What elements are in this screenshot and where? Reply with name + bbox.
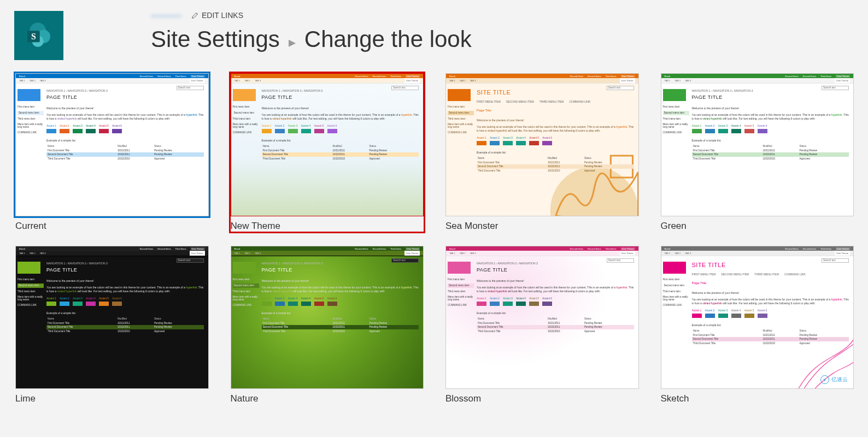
top-nav-link[interactable]: SECOND MENU ITEM — [721, 273, 749, 276]
quick-launch-item[interactable]: First menu item — [448, 105, 474, 109]
quick-launch-item[interactable]: Third menu item — [233, 117, 259, 121]
preview-col-header[interactable]: Name — [262, 317, 332, 321]
preview-visited-hyperlink[interactable]: visited hyperlink — [272, 290, 292, 293]
suite-bar-link[interactable]: Second Items — [785, 247, 798, 250]
preview-col-header[interactable]: Modified — [547, 317, 583, 321]
table-row[interactable]: Second Document Title10/22/2011Pending R… — [262, 152, 419, 157]
preview-site-logo[interactable] — [233, 89, 256, 101]
suite-bar-link[interactable]: Third Items — [820, 247, 831, 250]
theme-tile-sketch[interactable]: Brand Second ItemsSecond ItemsThird Item… — [661, 246, 854, 404]
top-nav-link[interactable]: COMMAND LINK — [784, 273, 806, 276]
table-row[interactable]: Third Document Title10/22/2010Approved — [46, 157, 204, 161]
ribbon-tab[interactable]: TAB 3 — [255, 79, 261, 82]
preview-col-header[interactable]: Name — [46, 144, 116, 149]
preview-site-logo[interactable] — [17, 262, 40, 274]
preview-col-header[interactable]: Status — [368, 144, 419, 149]
table-row[interactable]: First Document Title10/21/2011Pending Re… — [46, 321, 204, 326]
ribbon-tab[interactable]: TAB 2 — [460, 79, 466, 82]
ribbon-tab[interactable]: TAB 3 — [470, 252, 476, 255]
quick-launch-item[interactable]: First menu item — [233, 105, 259, 109]
table-row[interactable]: Third Document Title10/22/2010Approved — [46, 329, 204, 334]
table-row[interactable]: Third Document Title10/22/2010Approved — [477, 329, 634, 334]
suite-bar-link[interactable]: User Theme — [621, 75, 635, 78]
suite-bar-link[interactable]: User Theme — [621, 247, 635, 250]
ribbon-tab[interactable]: TAB 1 — [234, 252, 241, 255]
preview-site-logo[interactable] — [448, 262, 471, 274]
preview-col-header[interactable]: Status — [368, 317, 419, 321]
suite-bar-link[interactable]: Second Items — [588, 75, 601, 78]
suite-bar-link[interactable]: Second Items — [803, 247, 816, 250]
ribbon-tab[interactable]: TAB 1 — [449, 252, 455, 255]
suite-bar-link[interactable]: Second Items — [157, 247, 171, 250]
quick-launch-item[interactable]: Third menu item — [17, 117, 44, 121]
theme-thumbnail[interactable]: Brand Second ItemsSecond ItemsThird Item… — [15, 246, 209, 389]
ribbon-tab[interactable]: TAB 1 — [234, 79, 241, 82]
preview-col-header[interactable]: Modified — [116, 317, 153, 321]
preview-col-header[interactable]: Modified — [761, 329, 798, 333]
table-row[interactable]: First Document Title10/21/2011Pending Re… — [692, 149, 849, 153]
ribbon-tab[interactable]: TAB 1 — [665, 79, 671, 82]
theme-thumbnail[interactable]: Brand Second ItemsSecond ItemsThird Item… — [661, 246, 854, 389]
preview-col-header[interactable]: Name — [262, 144, 332, 149]
suite-bar-link[interactable]: Second Items — [803, 75, 816, 78]
table-row[interactable]: First Document Title10/21/2011Pending Re… — [692, 333, 849, 338]
preview-visited-hyperlink[interactable]: visited hyperlink — [702, 117, 722, 120]
ribbon-tab[interactable]: TAB 2 — [675, 79, 681, 82]
quick-launch-item[interactable]: COMMAND LINK — [17, 131, 44, 134]
quick-launch-item[interactable]: Second menu item — [448, 284, 474, 288]
quick-launch-item[interactable]: Second menu item — [663, 111, 689, 115]
table-row[interactable]: Third Document Title10/22/2010Approved — [262, 329, 419, 334]
suite-bar-link[interactable]: Third Items — [390, 247, 401, 250]
preview-col-header[interactable]: Status — [153, 144, 203, 149]
ribbon-tab[interactable]: TAB 3 — [685, 252, 691, 255]
top-nav-link[interactable]: SECOND MENU ITEM — [506, 100, 534, 103]
preview-col-header[interactable]: Name — [46, 317, 116, 321]
preview-col-header[interactable]: Name — [692, 329, 762, 333]
preview-col-header[interactable]: Modified — [547, 156, 583, 161]
suite-bar-link[interactable]: Second Items — [373, 247, 386, 250]
preview-col-header[interactable]: Status — [153, 317, 203, 321]
suite-bar-link[interactable]: Second Items — [355, 247, 368, 250]
preview-col-header[interactable]: Status — [799, 144, 849, 149]
quick-launch-item[interactable]: COMMAND LINK — [663, 304, 689, 307]
quick-launch-item[interactable]: First menu item — [17, 278, 44, 281]
preview-site-logo[interactable] — [233, 262, 256, 274]
preview-hyperlink[interactable]: hyperlink — [831, 113, 842, 116]
quick-launch-item[interactable]: First menu item — [233, 278, 259, 281]
preview-visited-hyperlink[interactable]: visited hyperlink — [702, 302, 722, 305]
quick-launch-item[interactable]: Third menu item — [448, 290, 474, 293]
table-row[interactable]: First Document Title10/21/2011Pending Re… — [262, 321, 419, 326]
suite-bar-link[interactable]: Third Items — [175, 247, 186, 250]
quick-launch-item[interactable]: COMMAND LINK — [233, 131, 259, 134]
theme-tile-lime[interactable]: Brand Second ItemsSecond ItemsThird Item… — [15, 246, 209, 404]
table-row[interactable]: Second Document Title10/22/2011Pending R… — [477, 325, 634, 329]
preview-site-logo[interactable] — [663, 89, 686, 101]
quick-launch-item[interactable]: Second menu item — [233, 284, 259, 288]
suite-bar-link[interactable]: Second Items — [570, 75, 583, 78]
ribbon-tab[interactable]: TAB 3 — [40, 252, 46, 255]
suite-bar-link[interactable]: Second Items — [355, 75, 368, 78]
quick-launch-item[interactable]: Third menu item — [233, 290, 259, 293]
preview-visited-hyperlink[interactable]: visited hyperlink — [488, 290, 507, 293]
quick-launch-item[interactable]: Second menu item — [233, 111, 259, 115]
table-row[interactable]: Second Document Title10/22/2011Pending R… — [692, 152, 849, 157]
quick-launch-item[interactable]: Third menu item — [663, 117, 689, 121]
ribbon-tab[interactable]: TAB 2 — [460, 252, 466, 255]
theme-tile-current[interactable]: Brand Second ItemsSecond ItemsThird Item… — [15, 73, 209, 232]
quick-launch-item[interactable]: First menu item — [17, 105, 44, 109]
quick-launch-item[interactable]: COMMAND LINK — [663, 131, 689, 134]
table-row[interactable]: Second Document Title10/22/2011Pending R… — [46, 152, 204, 157]
quick-launch-item[interactable]: COMMAND LINK — [17, 304, 44, 307]
ribbon-tab[interactable]: TAB 1 — [665, 252, 671, 255]
preview-visited-hyperlink[interactable]: visited hyperlink — [272, 117, 292, 120]
preview-hyperlink[interactable]: hyperlink — [616, 286, 627, 289]
quick-launch-item[interactable]: First menu item — [448, 278, 474, 281]
preview-hyperlink[interactable]: hyperlink — [616, 125, 627, 128]
preview-col-header[interactable]: Name — [477, 317, 547, 321]
table-row[interactable]: Third Document Title10/22/2010Approved — [692, 341, 849, 346]
preview-site-logo[interactable] — [663, 262, 686, 274]
quick-launch-item[interactable]: First menu item — [663, 105, 689, 109]
suite-nav-link[interactable]: ———— — [151, 11, 181, 20]
preview-hyperlink[interactable]: hyperlink — [401, 113, 412, 116]
theme-thumbnail[interactable]: Brand Second ItemsSecond ItemsThird Item… — [445, 246, 639, 389]
